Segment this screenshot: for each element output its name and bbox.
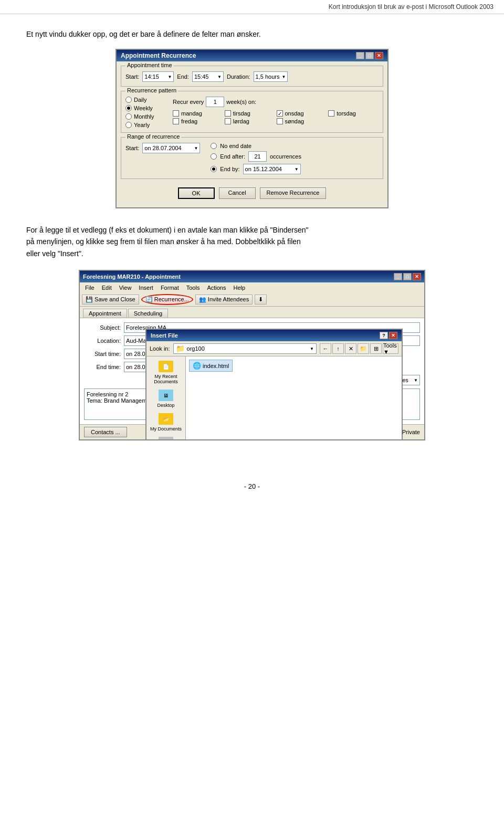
radio-monthly[interactable]: Monthly bbox=[125, 113, 167, 120]
insert-close-button[interactable]: ✕ bbox=[389, 332, 397, 339]
back-button[interactable]: ← bbox=[320, 343, 331, 354]
minimize-button[interactable]: _ bbox=[356, 52, 364, 59]
ok-button[interactable]: OK bbox=[178, 187, 215, 199]
dialog-titlebar: Appointment Recurrence _ □ ✕ bbox=[117, 50, 387, 61]
insert-dialog-title: Insert File bbox=[151, 332, 178, 339]
file-item-index[interactable]: 🌐 index.html bbox=[189, 360, 233, 372]
remove-recurrence-button[interactable]: Remove Recurrence bbox=[260, 187, 327, 199]
views-button[interactable]: ⊞ bbox=[370, 343, 382, 354]
recurrence-pattern-group: Recurrence pattern Daily Weekly bbox=[121, 91, 383, 133]
maximize-button[interactable]: □ bbox=[365, 52, 374, 59]
tools-button[interactable]: Tools ▼ bbox=[383, 343, 398, 354]
radio-daily[interactable]: Daily bbox=[125, 97, 167, 103]
appointment-window: Forelesning MAR210 - Appointment _ □ ✕ F… bbox=[79, 270, 425, 440]
recurrence-pattern-label: Recurrence pattern bbox=[125, 87, 178, 93]
app-tabs: Appointment Scheduling bbox=[80, 307, 424, 318]
day-sondag[interactable]: søndag bbox=[277, 118, 327, 124]
end-after-row[interactable]: End after: 21 occurrences bbox=[211, 151, 301, 162]
new-folder-button[interactable]: 📁 bbox=[358, 343, 369, 354]
day-fredag[interactable]: fredag bbox=[173, 118, 223, 124]
middle-text-line1: For å legge til et vedlegg (f eks et dok… bbox=[26, 224, 478, 236]
recur-every-input[interactable]: 1 bbox=[206, 97, 224, 107]
end-by-dropdown[interactable]: on 15.12.2004 bbox=[243, 164, 301, 174]
appointment-time-row: Start: 14:15 End: 15:45 Duration: 1,5 ho… bbox=[125, 71, 379, 82]
day-mandag[interactable]: mandag bbox=[173, 110, 223, 117]
insert-file-area: 🌐 index.html bbox=[186, 356, 402, 440]
menu-format[interactable]: Format bbox=[158, 283, 182, 292]
menu-view[interactable]: View bbox=[116, 283, 135, 292]
sidebar-my-documents[interactable]: 📂 My Documents bbox=[150, 413, 182, 432]
titlebar-buttons: _ □ ✕ bbox=[356, 52, 383, 59]
recurrence-button[interactable]: 🔄 Recurrence... bbox=[141, 294, 193, 305]
app-toolbar: 💾 Save and Close 🔄 Recurrence... 👥 Invit… bbox=[80, 293, 424, 307]
insert-dialog-titlebar-buttons: ? ✕ bbox=[380, 332, 397, 339]
look-in-dropdown[interactable]: 📁 org100 ▼ bbox=[173, 343, 317, 354]
no-end-date-row[interactable]: No end date bbox=[211, 143, 301, 149]
range-of-recurrence-group: Range of recurrence Start: on 28.07.2004… bbox=[121, 137, 383, 179]
end-by-row[interactable]: End by: on 15.12.2004 bbox=[211, 164, 301, 174]
app-close-button[interactable]: ✕ bbox=[413, 273, 421, 280]
menu-help[interactable]: Help bbox=[230, 283, 248, 292]
day-tirsdag[interactable]: tirsdag bbox=[225, 110, 275, 117]
save-close-button[interactable]: 💾 Save and Close bbox=[82, 295, 139, 304]
tab-appointment[interactable]: Appointment bbox=[83, 309, 127, 318]
middle-text-line3: eller velg "Insert". bbox=[26, 248, 478, 259]
duration-label: Duration: bbox=[227, 73, 250, 80]
menu-edit[interactable]: Edit bbox=[99, 283, 115, 292]
radio-yearly[interactable]: Yearly bbox=[125, 122, 167, 128]
second-screenshot-wrapper: Forelesning MAR210 - Appointment _ □ ✕ F… bbox=[79, 270, 425, 440]
appointment-time-label: Appointment time bbox=[125, 62, 174, 68]
recur-every-row: Recur every 1 week(s) on: bbox=[173, 97, 379, 107]
duration-dropdown[interactable]: 1,5 hours bbox=[254, 71, 288, 82]
middle-text-line2: på menylinjen, og klikke seg frem til fi… bbox=[26, 236, 478, 247]
menu-tools[interactable]: Tools bbox=[183, 283, 203, 292]
tab-scheduling[interactable]: Scheduling bbox=[128, 309, 168, 318]
end-after-input[interactable]: 21 bbox=[248, 151, 267, 162]
app-minimize-button[interactable]: _ bbox=[394, 273, 402, 280]
day-lordag[interactable]: lørdag bbox=[225, 118, 275, 124]
checkbox-torsdag bbox=[328, 110, 334, 117]
menu-actions[interactable]: Actions bbox=[204, 283, 229, 292]
radio-weekly[interactable]: Weekly bbox=[125, 105, 167, 111]
menu-file[interactable]: File bbox=[82, 283, 98, 292]
header-title: Kort introduksjon til bruk av e-post i M… bbox=[329, 3, 494, 10]
start-label: Start: bbox=[125, 73, 139, 80]
app-titlebar-buttons: _ □ ✕ bbox=[394, 273, 421, 280]
close-button[interactable]: ✕ bbox=[375, 52, 383, 59]
toolbar-more[interactable]: ⬇ bbox=[255, 295, 267, 304]
invite-attendees-button[interactable]: 👥 Invite Attendees bbox=[195, 295, 253, 304]
page-header: Kort introduksjon til bruk av e-post i M… bbox=[0, 0, 504, 14]
radio-end-after bbox=[211, 153, 217, 160]
up-button[interactable]: ↑ bbox=[332, 343, 344, 354]
day-torsdag[interactable]: torsdag bbox=[328, 110, 379, 117]
contacts-button[interactable]: Contacts ... bbox=[84, 427, 127, 437]
dialog-title: Appointment Recurrence bbox=[121, 52, 196, 59]
delete-button[interactable]: ✕ bbox=[345, 343, 356, 354]
sidebar-my-computer[interactable]: 💻 My Computer bbox=[152, 437, 180, 440]
insert-help-button[interactable]: ? bbox=[380, 332, 388, 339]
sidebar-recent-docs[interactable]: 📄 My Recent Documents bbox=[149, 361, 183, 384]
cancel-button[interactable]: Cancel bbox=[219, 187, 256, 199]
app-title: Forelesning MAR210 - Appointment bbox=[83, 274, 181, 280]
private-label: Private bbox=[402, 429, 420, 435]
day-onsdag[interactable]: onsdag bbox=[277, 110, 327, 117]
checkbox-fredag bbox=[173, 118, 179, 124]
dialog-buttons: OK Cancel Remove Recurrence bbox=[121, 183, 383, 203]
end-time-label: End time: bbox=[84, 364, 121, 370]
checkbox-tirsdag bbox=[225, 110, 231, 117]
look-in-toolbar: Look in: 📁 org100 ▼ ← ↑ ✕ 📁 ⊞ Too bbox=[146, 341, 402, 356]
radio-daily-circle bbox=[125, 97, 132, 103]
sidebar-desktop[interactable]: 🖥 Desktop bbox=[157, 390, 174, 408]
checkbox-mandag bbox=[173, 110, 179, 117]
start-dropdown[interactable]: 14:15 bbox=[142, 71, 174, 82]
look-in-buttons: ← ↑ ✕ 📁 ⊞ Tools ▼ bbox=[320, 343, 398, 354]
end-dropdown[interactable]: 15:45 bbox=[192, 71, 224, 82]
range-start-dropdown[interactable]: on 28.07.2004 bbox=[142, 143, 200, 153]
intro-text: Et nytt vindu dukker opp, og det er bare… bbox=[26, 30, 478, 38]
subject-label: Subject: bbox=[84, 324, 121, 331]
days-grid: mandag tirsdag onsdag bbox=[173, 110, 379, 124]
app-maximize-button[interactable]: □ bbox=[403, 273, 412, 280]
menu-insert[interactable]: Insert bbox=[135, 283, 156, 292]
checkbox-lordag bbox=[225, 118, 231, 124]
location-label: Location: bbox=[84, 338, 121, 344]
